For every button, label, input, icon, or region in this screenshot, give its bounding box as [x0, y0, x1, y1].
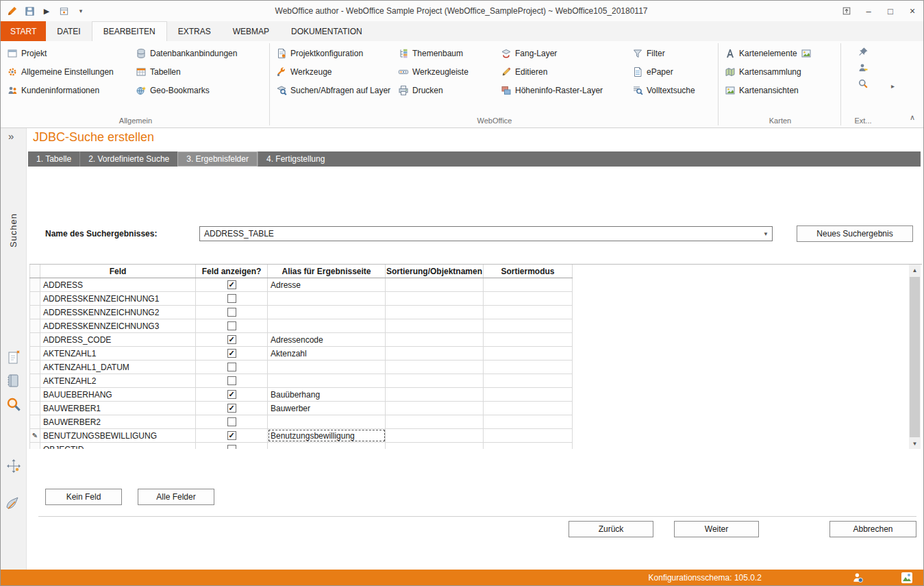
row-header[interactable] — [29, 306, 40, 319]
search-result-name-combobox[interactable]: ADDRESS_TABLE ▼ — [199, 226, 773, 241]
weiter-button[interactable]: Weiter — [674, 521, 759, 537]
alle-felder-button[interactable]: Alle Felder — [138, 489, 214, 505]
wizard-step-fertigstellung[interactable]: 4. Fertigstellung — [258, 151, 333, 167]
cell-anzeigen[interactable] — [196, 319, 268, 332]
column-header-sortiermodus[interactable]: Sortiermodus — [484, 265, 573, 278]
cell-feld[interactable]: ADDRESSKENNZEICHNUNG2 — [40, 306, 196, 319]
cell-sortierung[interactable] — [386, 333, 484, 346]
cell-alias[interactable] — [268, 443, 386, 449]
ribbon-item-tabellen[interactable]: Tabellen — [132, 63, 268, 81]
checkbox[interactable] — [227, 335, 236, 344]
close-button[interactable]: × — [901, 1, 923, 21]
cell-sortiermodus[interactable] — [484, 319, 573, 332]
table-row[interactable]: AKTENZAHL2 — [29, 374, 573, 388]
ribbon-item-kundeninformationen[interactable]: Kundeninformationen — [3, 82, 132, 99]
cell-sortiermodus[interactable] — [484, 388, 573, 401]
tab-bearbeiten[interactable]: BEARBEITEN — [92, 21, 167, 41]
popout-icon[interactable] — [836, 1, 858, 21]
maximize-button[interactable]: □ — [879, 1, 901, 21]
kein-feld-button[interactable]: Kein Feld — [45, 489, 122, 505]
cell-anzeigen[interactable] — [196, 347, 268, 360]
cell-sortierung[interactable] — [386, 361, 484, 374]
map-status-icon[interactable] — [900, 571, 914, 585]
row-header[interactable] — [29, 415, 40, 428]
cell-sortiermodus[interactable] — [484, 347, 573, 360]
checkbox[interactable] — [227, 294, 236, 303]
column-header-alias[interactable]: Alias für Ergebnisseite — [268, 265, 386, 278]
cell-anzeigen[interactable] — [196, 402, 268, 415]
map-elements-extra-icon[interactable] — [801, 48, 812, 59]
ribbon-item-geo-bookmarks[interactable]: Geo-Bookmarks — [132, 82, 268, 99]
column-header-sortierung[interactable]: Sortierung/Objektnamen — [386, 265, 484, 278]
cell-sortierung[interactable] — [386, 319, 484, 332]
cell-feld[interactable]: BAUWERBER2 — [40, 415, 196, 428]
row-header[interactable] — [29, 319, 40, 332]
cell-anzeigen[interactable] — [196, 388, 268, 401]
row-header[interactable] — [29, 333, 40, 346]
ribbon-item-allgemeine-einstellungen[interactable]: Allgemeine Einstellungen — [3, 63, 132, 81]
checkbox[interactable] — [227, 308, 236, 317]
cell-anzeigen[interactable] — [196, 429, 268, 442]
cell-sortiermodus[interactable] — [484, 361, 573, 374]
table-row[interactable]: ADDRESS_CODE Adressencode — [29, 333, 573, 347]
cell-sortiermodus[interactable] — [484, 443, 573, 449]
cell-alias[interactable] — [268, 319, 386, 332]
cell-feld[interactable]: ADDRESSKENNZEICHNUNG1 — [40, 292, 196, 305]
tab-extras[interactable]: EXTRAS — [167, 21, 222, 41]
run-icon[interactable]: ▶ — [40, 5, 53, 17]
user-status-icon[interactable] — [851, 571, 864, 585]
tab-start[interactable]: START — [1, 21, 46, 41]
ribbon-item-kartenansichten[interactable]: Kartenansichten — [721, 82, 839, 99]
cell-sortierung[interactable] — [386, 306, 484, 319]
ribbon-item-projekt[interactable]: Projekt — [3, 45, 132, 62]
row-header[interactable] — [29, 292, 40, 305]
cell-sortiermodus[interactable] — [484, 429, 573, 442]
cell-sortiermodus[interactable] — [484, 292, 573, 305]
table-row[interactable]: ADDRESSKENNZEICHNUNG1 — [29, 292, 573, 306]
ribbon-item-themenbaum[interactable]: Themenbaum — [395, 45, 497, 62]
table-row[interactable]: BAUUEBERHANG Bauüberhang — [29, 388, 573, 402]
cell-anzeigen[interactable] — [196, 361, 268, 374]
ribbon-item-editieren[interactable]: Editieren — [497, 63, 629, 81]
ribbon-item-werkzeugleiste[interactable]: Werkzeugleiste — [395, 63, 497, 81]
notebook-icon[interactable] — [5, 372, 23, 390]
table-row[interactable]: BAUWERBER1 Bauwerber — [29, 402, 573, 415]
tab-dokumentation[interactable]: DOKUMENTATION — [280, 21, 373, 41]
checkbox[interactable] — [227, 404, 236, 413]
ribbon-item-suchen-abfragen-auf-layer[interactable]: Suchen/Abfragen auf Layer — [273, 82, 395, 99]
cell-sortiermodus[interactable] — [484, 306, 573, 319]
move-objects-icon[interactable] — [5, 457, 23, 475]
column-header-feld[interactable]: Feld — [40, 265, 196, 278]
cell-anzeigen[interactable] — [196, 306, 268, 319]
pin-icon[interactable] — [858, 47, 869, 58]
cell-feld[interactable]: AKTENZAHL1 — [40, 347, 196, 360]
cell-feld[interactable]: BAUWERBER1 — [40, 402, 196, 415]
table-row-editing[interactable]: ✎ BENUTZUNGSBEWILLIGUNG Benutzungsbewill… — [29, 429, 573, 443]
cell-sortierung[interactable] — [386, 429, 484, 442]
row-header[interactable] — [29, 278, 40, 291]
vertical-scrollbar[interactable]: ▲ ▼ — [909, 265, 921, 449]
checkbox[interactable] — [227, 390, 236, 399]
table-row[interactable]: AKTENZAHL1_DATUM — [29, 361, 573, 374]
cell-alias[interactable]: Bauüberhang — [268, 388, 386, 401]
cell-feld[interactable]: BENUTZUNGSBEWILLIGUNG — [40, 429, 196, 442]
checkbox[interactable] — [227, 445, 236, 449]
checkbox[interactable] — [227, 321, 236, 330]
checkbox[interactable] — [227, 280, 236, 289]
ribbon-item-werkzeuge[interactable]: Werkzeuge — [273, 63, 395, 81]
ribbon-item-volltextsuche[interactable]: Volltextsuche — [629, 82, 716, 99]
ribbon-item-datenbankanbindungen[interactable]: Datenbankanbindungen — [132, 45, 268, 62]
cell-sortierung[interactable] — [386, 292, 484, 305]
cell-feld[interactable]: OBJECTID — [40, 443, 196, 449]
cell-feld[interactable]: BAUUEBERHANG — [40, 388, 196, 401]
cell-anzeigen[interactable] — [196, 333, 268, 346]
table-row[interactable]: ADDRESSKENNZEICHNUNG2 — [29, 306, 573, 319]
cell-alias[interactable] — [268, 306, 386, 319]
cell-alias[interactable]: Adresse — [268, 278, 386, 291]
cell-sortiermodus[interactable] — [484, 278, 573, 291]
cell-alias[interactable] — [268, 374, 386, 387]
row-header[interactable] — [29, 443, 40, 449]
project-window-icon[interactable] — [58, 5, 70, 17]
ribbon-overflow-button[interactable]: ▸ — [891, 82, 895, 90]
ribbon-item-kartenelemente[interactable]: Kartenelemente — [721, 45, 839, 62]
